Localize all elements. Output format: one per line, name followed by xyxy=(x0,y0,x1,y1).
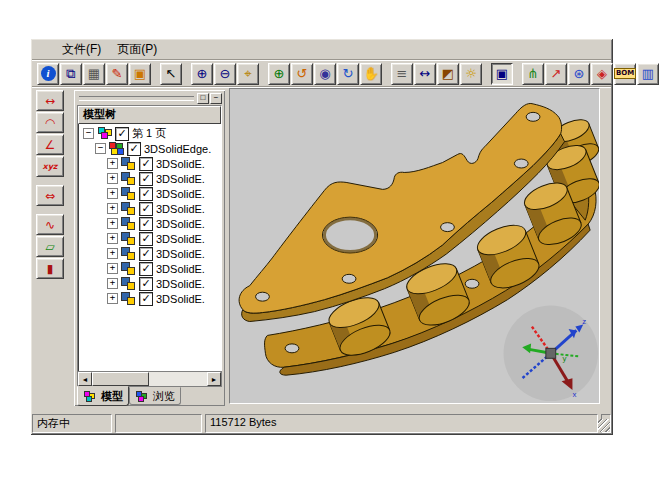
menu-item[interactable]: 文件(F) xyxy=(54,40,109,59)
toolbar-button-icon: ▣ xyxy=(496,67,508,80)
zoom-in-button[interactable]: ⊕ xyxy=(191,63,213,85)
radius-dimension-button[interactable]: ◠ xyxy=(36,112,64,133)
view-cube-button[interactable]: ◩ xyxy=(437,63,459,85)
tree-item[interactable]: + ✓ 3DSolidE. xyxy=(78,261,221,276)
expander-icon[interactable]: − xyxy=(83,128,94,139)
panel-collapse-button[interactable]: − xyxy=(210,93,222,104)
panel-drag-grip[interactable] xyxy=(79,96,194,101)
node-cube-icon xyxy=(120,202,137,215)
expander-icon[interactable]: + xyxy=(107,188,118,199)
node-cube-icon xyxy=(120,292,137,305)
expander-icon[interactable]: + xyxy=(107,203,118,214)
model-tree-panel: □ − 模型树 − ✓ 第 1 页 − xyxy=(74,90,225,406)
tree-item[interactable]: + ✓ 3DSolidE. xyxy=(78,201,221,216)
expander-icon[interactable]: + xyxy=(107,278,118,289)
scroll-track[interactable] xyxy=(92,372,207,386)
visibility-checkbox[interactable]: ✓ xyxy=(139,292,153,306)
pan-hand-button[interactable]: ✋ xyxy=(360,63,382,85)
rotate-part-button[interactable]: ⊛ xyxy=(568,63,590,85)
panel-float-button[interactable]: □ xyxy=(197,93,209,104)
file-preview-button[interactable]: ⧉ xyxy=(60,63,82,85)
expander-icon[interactable]: + xyxy=(107,173,118,184)
shaded-sphere-button[interactable]: ◉ xyxy=(314,63,336,85)
dimension-button[interactable]: ↔ xyxy=(414,63,436,85)
rotate-view-button[interactable]: ↺ xyxy=(291,63,313,85)
tree-tab[interactable]: 模型 xyxy=(77,386,129,406)
expander-icon[interactable]: + xyxy=(107,248,118,259)
export-button[interactable]: ▣ xyxy=(129,63,151,85)
tree-item[interactable]: + ✓ 3DSolidE. xyxy=(78,156,221,171)
scroll-right-button[interactable]: ► xyxy=(207,372,221,386)
scroll-left-button[interactable]: ◄ xyxy=(78,372,92,386)
select-button[interactable]: ↖ xyxy=(160,63,182,85)
angle-dimension-button[interactable]: ∠ xyxy=(36,134,64,155)
tree-item-label: 3DSolidE. xyxy=(156,248,205,260)
info-button[interactable]: i xyxy=(37,63,59,85)
tree-item[interactable]: + ✓ 3DSolidE. xyxy=(78,276,221,291)
toolbar-button-icon: ↖ xyxy=(166,67,177,80)
properties-button[interactable]: ▥ xyxy=(637,63,659,85)
tree-tab[interactable]: 浏览 xyxy=(129,387,181,405)
toolbar-button-icon: ↗ xyxy=(551,67,562,80)
expander-icon[interactable]: + xyxy=(107,263,118,274)
dimension-toolbar: ↔ ◠ ∠ xyz ⇔ ∿ xyxy=(36,90,68,280)
expander-icon[interactable]: + xyxy=(107,233,118,244)
visibility-checkbox[interactable]: ✓ xyxy=(139,217,153,231)
tree-item[interactable]: + ✓ 3DSolidE. xyxy=(78,291,221,306)
visibility-checkbox[interactable]: ✓ xyxy=(139,172,153,186)
visibility-checkbox[interactable]: ✓ xyxy=(139,157,153,171)
page-frame-button[interactable]: ▣ xyxy=(491,63,513,85)
move-part-button[interactable]: ↗ xyxy=(545,63,567,85)
viewport-3d[interactable]: z x y xyxy=(229,88,600,404)
tree-item[interactable]: − ✓ 第 1 页 xyxy=(78,126,221,141)
tree-item[interactable]: − ✓ 3DSolidEdge. xyxy=(78,141,221,156)
chain-dimension-button[interactable]: ⇔ xyxy=(36,185,64,206)
visibility-checkbox[interactable]: ✓ xyxy=(139,277,153,291)
expander-icon[interactable]: − xyxy=(95,143,106,154)
side-toolbar-button-icon: ▮ xyxy=(47,263,54,275)
model-canvas: z x y xyxy=(230,89,599,403)
tree-horizontal-scrollbar: ◄ ► xyxy=(77,371,222,387)
coordinate-dimension-button[interactable]: xyz xyxy=(36,156,64,177)
light-button[interactable]: ☼ xyxy=(460,63,482,85)
tree-item[interactable]: + ✓ 3DSolidE. xyxy=(78,246,221,261)
scroll-thumb[interactable] xyxy=(92,372,149,386)
spin-view-button[interactable]: ↻ xyxy=(337,63,359,85)
visibility-checkbox[interactable]: ✓ xyxy=(139,262,153,276)
tree-item[interactable]: + ✓ 3DSolidE. xyxy=(78,216,221,231)
explode-button[interactable]: ◈ xyxy=(591,63,613,85)
visibility-checkbox[interactable]: ✓ xyxy=(139,232,153,246)
toolbar-button-icon: ◩ xyxy=(442,67,454,80)
tree-item[interactable]: + ✓ 3DSolidE. xyxy=(78,186,221,201)
toolbar-button-icon: ⊛ xyxy=(574,67,585,80)
curve-length-button[interactable]: ∿ xyxy=(36,214,64,235)
visibility-checkbox[interactable]: ✓ xyxy=(115,127,129,141)
print-button[interactable]: ▦ xyxy=(83,63,105,85)
visibility-checkbox[interactable]: ✓ xyxy=(139,247,153,261)
menu-item[interactable]: 页面(P) xyxy=(109,40,165,59)
tree-item-label: 3DSolidE. xyxy=(156,188,205,200)
visibility-checkbox[interactable]: ✓ xyxy=(139,187,153,201)
orientation-triad[interactable]: z x y xyxy=(504,306,598,401)
tree-column-header[interactable]: 模型树 xyxy=(78,106,221,124)
zoom-out-button[interactable]: ⊖ xyxy=(214,63,236,85)
tree-item[interactable]: + ✓ 3DSolidE. xyxy=(78,171,221,186)
annotate-pen-button[interactable]: ✎ xyxy=(106,63,128,85)
visibility-checkbox[interactable]: ✓ xyxy=(127,142,141,156)
node-cube-icon xyxy=(120,157,137,170)
volume-measure-button[interactable]: ▮ xyxy=(36,258,64,279)
layers-button[interactable]: ≡ xyxy=(391,63,413,85)
pan-move-button[interactable]: ⌖ xyxy=(237,63,259,85)
bom-button[interactable]: BOM xyxy=(614,63,636,85)
tree-item-label: 3DSolidEdge. xyxy=(144,143,211,155)
assembly-tree-button[interactable]: ⋔ xyxy=(522,63,544,85)
tree-item[interactable]: + ✓ 3DSolidE. xyxy=(78,231,221,246)
visibility-checkbox[interactable]: ✓ xyxy=(139,202,153,216)
area-measure-button[interactable]: ▱ xyxy=(36,236,64,257)
linear-dimension-button[interactable]: ↔ xyxy=(36,90,64,111)
expander-icon[interactable]: + xyxy=(107,293,118,304)
expander-icon[interactable]: + xyxy=(107,158,118,169)
expander-icon[interactable]: + xyxy=(107,218,118,229)
resize-grip[interactable] xyxy=(598,419,610,432)
zoom-window-button[interactable]: ⊕ xyxy=(268,63,290,85)
